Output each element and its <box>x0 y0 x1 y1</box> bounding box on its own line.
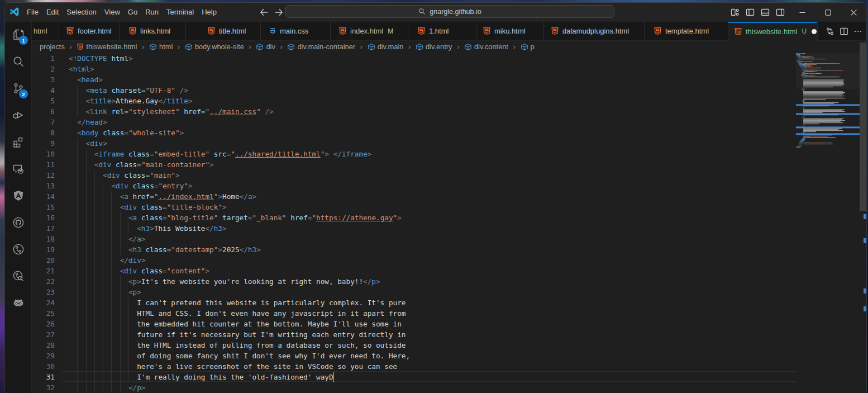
html-file-icon <box>77 43 84 50</box>
tab-label: 1.html <box>429 27 449 35</box>
menu-edit[interactable]: Edit <box>42 3 63 21</box>
toggle-panel-bottom-icon[interactable] <box>761 8 770 17</box>
line-number: 26 <box>32 319 55 329</box>
tab-thiswebsite-html[interactable]: thiswebsite.htmlU <box>728 22 818 41</box>
activity-item-explorer[interactable]: 1 <box>5 21 31 48</box>
css-file-icon <box>268 27 276 35</box>
activity-item-extensions[interactable] <box>5 129 31 155</box>
activity-item-git-file-history[interactable] <box>5 263 31 290</box>
activity-item-git-graph[interactable] <box>5 236 31 263</box>
breadcrumb-item-div[interactable]: div <box>256 42 275 51</box>
line-number: 14 <box>32 191 55 202</box>
vscode-window: FileEditSelectionViewGoRunTerminalHelp g… <box>4 2 867 393</box>
breadcrumb-item-div-main-container[interactable]: div.main-container <box>287 42 355 51</box>
activity-item-search[interactable] <box>5 48 31 75</box>
minimap-slider[interactable] <box>796 53 860 89</box>
html-file-icon <box>207 27 216 35</box>
split-editor-icon[interactable] <box>840 27 848 36</box>
html-file-icon <box>66 27 74 35</box>
breadcrumb-label: div.main <box>378 42 404 51</box>
editor[interactable]: 1<!DOCTYPE html>2<html>3 <head>4 <meta c… <box>32 53 866 393</box>
scrollbar-slider[interactable] <box>860 42 867 211</box>
tab-title-html[interactable]: title.html <box>186 22 261 40</box>
tab-1-html[interactable]: 1.html <box>408 22 476 40</box>
line-content: <a href="../index.html">Home</a> <box>69 191 256 202</box>
overview-ruler-mark <box>864 288 866 293</box>
line-number: 13 <box>32 181 55 191</box>
line-content: <body class="whole-site"> <box>69 127 184 138</box>
open-changes-icon[interactable] <box>826 27 834 36</box>
line-number: 25 <box>32 308 55 319</box>
editor-scrollbar[interactable] <box>860 41 867 393</box>
line-number: 30 <box>32 361 55 372</box>
menu-terminal[interactable]: Terminal <box>163 3 198 21</box>
symbol-cube-icon <box>521 43 528 51</box>
tab-html[interactable]: html <box>32 22 59 40</box>
tab-miku-html[interactable]: miku.html <box>476 22 544 40</box>
tab-label: miku.html <box>494 27 526 35</box>
activity-item-extension-a[interactable] <box>5 182 31 209</box>
tab-dalamudplugins-html[interactable]: dalamudplugins.html <box>544 22 645 40</box>
line-content: I'm really doing this the 'old-fashioned… <box>69 372 333 382</box>
close-button[interactable] <box>841 3 866 22</box>
breadcrumb-label: projects <box>40 42 65 51</box>
tab-label: links.html <box>140 27 170 35</box>
breadcrumb-label: body.whole-site <box>195 42 244 51</box>
line-content: the HTML instead of pulling from a datab… <box>69 340 406 351</box>
menu-selection[interactable]: Selection <box>63 3 100 21</box>
breadcrumb-separator: › <box>513 43 516 51</box>
breadcrumb-item-thiswebsite-html[interactable]: thiswebsite.html <box>77 42 137 51</box>
tab-links-html[interactable]: links.html <box>120 22 186 40</box>
unsaved-dot[interactable] <box>812 29 817 34</box>
breadcrumb-item-div-main[interactable]: div.main <box>368 42 404 51</box>
line-number: 23 <box>32 287 55 297</box>
breadcrumb-item-html[interactable]: html <box>149 42 173 51</box>
github-icon <box>12 216 25 229</box>
customize-layout-icon[interactable] <box>731 8 740 17</box>
activity-item-run-debug[interactable] <box>5 102 31 129</box>
activity-item-github[interactable] <box>5 209 31 236</box>
toggle-panel-right-icon[interactable] <box>776 8 785 17</box>
line-number: 19 <box>32 244 55 255</box>
breadcrumb-item-div-entry[interactable]: div.entry <box>416 42 452 51</box>
tab-main-css[interactable]: main.css <box>261 22 331 40</box>
more-actions-icon[interactable] <box>853 27 862 36</box>
forward-arrow-icon[interactable] <box>275 8 284 17</box>
search-icon <box>418 8 426 15</box>
back-arrow-icon[interactable] <box>259 8 268 17</box>
menu-help[interactable]: Help <box>198 3 221 21</box>
activity-badge: 2 <box>19 89 28 98</box>
breadcrumb-item-body-whole-site[interactable]: body.whole-site <box>185 42 244 51</box>
tab-footer-html[interactable]: footer.html <box>59 22 120 40</box>
line-number: 27 <box>32 329 55 340</box>
html-file-icon <box>734 27 742 36</box>
menu-view[interactable]: View <box>101 3 124 21</box>
maximize-button[interactable] <box>815 3 841 22</box>
minimize-button[interactable] <box>789 3 815 22</box>
toggle-panel-left-icon[interactable] <box>746 8 755 17</box>
breadcrumb-item-p[interactable]: p <box>521 42 535 51</box>
layout-icons <box>731 3 785 22</box>
menu-file[interactable]: File <box>23 3 42 21</box>
activity-item-source-control[interactable]: 2 <box>5 75 31 102</box>
html-file-icon <box>417 27 426 35</box>
tab-index-html[interactable]: index.htmlM <box>331 22 408 40</box>
menu-run[interactable]: Run <box>141 3 163 21</box>
breadcrumb-item-div-content[interactable]: div.content <box>464 42 508 51</box>
git-graph-icon <box>12 243 25 256</box>
tab-template-html[interactable]: template.html <box>645 22 728 40</box>
line-number: 8 <box>32 127 55 138</box>
line-content: <!DOCTYPE html> <box>69 53 133 64</box>
symbol-cube-icon <box>149 43 157 51</box>
activity-item-remote-explorer[interactable] <box>5 155 31 182</box>
line-number: 32 <box>32 382 55 393</box>
activity-item-godot-tools[interactable] <box>5 290 31 316</box>
menu-go[interactable]: Go <box>124 3 141 21</box>
symbol-cube-icon <box>256 43 264 51</box>
breadcrumb-item-projects[interactable]: projects <box>40 42 65 51</box>
editor-group: htmlfooter.htmllinks.htmltitle.htmlmain.… <box>32 22 866 393</box>
line-content: <h3>This Website</h3> <box>69 223 227 234</box>
minimap[interactable] <box>796 53 860 393</box>
command-center[interactable]: gnargle.github.io <box>285 5 614 18</box>
breadcrumb-label: div.main-container <box>297 42 355 51</box>
